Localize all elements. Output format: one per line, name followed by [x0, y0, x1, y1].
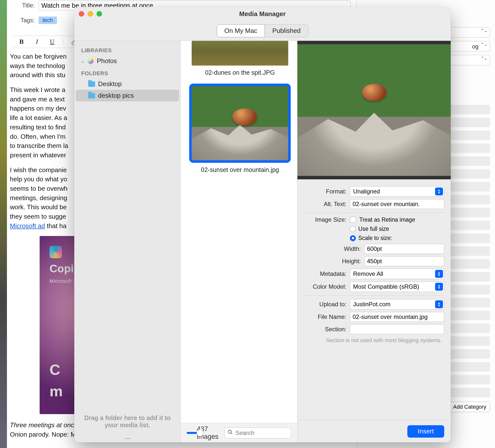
- sidebar-item-desktop[interactable]: Desktop: [76, 78, 179, 90]
- photos-app-icon: [87, 58, 94, 64]
- width-input[interactable]: [364, 244, 444, 254]
- thumbnail-selection: [189, 84, 291, 163]
- chevron-updown-icon: ▲▼: [435, 188, 443, 195]
- thumbnail-item-selected[interactable]: 02-sunset over mountain.jpg: [189, 84, 291, 173]
- sidebar: LIBRARIES ⌄ Photos FOLDERS Desktop deskt…: [74, 41, 181, 442]
- svg-line-1: [231, 433, 232, 434]
- section-label: Section:: [304, 326, 346, 333]
- format-select[interactable]: Unaligned ▲▼: [350, 186, 444, 197]
- search-icon: [228, 429, 233, 436]
- svg-point-0: [228, 430, 232, 433]
- height-input[interactable]: [364, 256, 444, 266]
- width-label: Width:: [304, 245, 361, 252]
- chevron-down-icon[interactable]: ⌄: [81, 58, 84, 64]
- sidebar-heading-folders: FOLDERS: [76, 67, 179, 78]
- sidebar-drop-hint: Drag a folder here to add it to your med…: [76, 414, 179, 438]
- section-note: Section is not used with most blogging s…: [304, 337, 444, 344]
- sidebar-item-label: Desktop: [98, 80, 122, 88]
- grid-footer: 437 images: [181, 423, 297, 442]
- sidebar-item-desktop-pics[interactable]: desktop pics: [76, 90, 179, 101]
- microsoft-ad-link[interactable]: Microsoft ad: [10, 222, 45, 230]
- bold-button[interactable]: B: [17, 38, 26, 46]
- full-size-label: Use full size: [358, 226, 389, 232]
- detail-pane: Format: Unaligned ▲▼ Alt. Text: Image Si…: [297, 41, 451, 442]
- minimize-window-icon[interactable]: [88, 11, 93, 17]
- sidebar-heading-libraries: LIBRARIES: [76, 44, 179, 55]
- color-model-label: Color Model:: [304, 283, 346, 290]
- height-label: Height:: [304, 258, 361, 265]
- underline-button[interactable]: U: [48, 38, 56, 46]
- title-label: Title:: [12, 2, 35, 9]
- chevron-updown-icon: ▲▼: [435, 283, 443, 291]
- copilot-logo-icon: [50, 246, 62, 258]
- thumbnail-strip: [0, 0, 7, 448]
- add-category-button[interactable]: Add Category: [449, 402, 490, 412]
- metadata-label: Metadata:: [304, 270, 346, 277]
- tab-published[interactable]: Published: [265, 24, 308, 37]
- thumbnail-pane: 02-dunes on the spit.JPG 02-hermit crab.…: [181, 41, 297, 442]
- upload-to-label: Upload to:: [304, 301, 346, 308]
- zoom-window-icon[interactable]: [97, 11, 102, 17]
- sidebar-item-photos[interactable]: ⌄ Photos: [76, 55, 179, 67]
- metadata-select[interactable]: Remove All ▲▼: [350, 269, 444, 279]
- italic-button[interactable]: I: [33, 38, 41, 46]
- sidebar-resize-handle[interactable]: [125, 438, 130, 439]
- filename-input[interactable]: [350, 312, 444, 322]
- preview-image: [297, 41, 451, 179]
- filename-label: File Name:: [304, 313, 346, 320]
- window-title: Media Manager: [74, 10, 451, 18]
- upload-to-select[interactable]: JustinPot.com ▲▼: [350, 299, 444, 309]
- tags-label: Tags:: [12, 17, 35, 24]
- thumbnail-size-slider[interactable]: [187, 432, 191, 434]
- insert-button[interactable]: Insert: [407, 425, 444, 438]
- thumbnail-label: 02-sunset over mountain.jpg: [201, 166, 279, 173]
- alt-text-label: Alt. Text:: [304, 201, 346, 208]
- full-size-radio[interactable]: [350, 226, 356, 232]
- retina-checkbox[interactable]: [350, 217, 356, 223]
- image-size-label: Image Size:: [304, 216, 346, 223]
- search-field[interactable]: [224, 427, 291, 438]
- sidebar-item-label: Photos: [97, 57, 117, 65]
- thumbnail-item[interactable]: 02-dunes on the spit.JPG: [189, 41, 291, 76]
- media-manager-window: Media Manager On My Mac Published LIBRAR…: [74, 7, 451, 442]
- retina-label: Treat as Retina image: [359, 216, 415, 223]
- folder-icon: [88, 93, 95, 98]
- section-input[interactable]: [350, 324, 444, 334]
- source-segmented-control: On My Mac Published: [217, 24, 308, 37]
- folder-icon: [88, 81, 95, 87]
- thumbnail-label: 02-dunes on the spit.JPG: [205, 69, 275, 76]
- close-window-icon[interactable]: [79, 11, 84, 17]
- format-label: Format:: [304, 188, 346, 195]
- alt-text-input[interactable]: [350, 199, 444, 209]
- thumbnail-image: [192, 86, 288, 160]
- scale-label: Scale to size:: [358, 235, 392, 241]
- tag-chip[interactable]: tech: [39, 17, 57, 24]
- thumbnail-image: [192, 41, 288, 66]
- sidebar-item-label: desktop pics: [98, 92, 134, 99]
- chevron-updown-icon: ▲▼: [435, 270, 443, 278]
- scale-radio[interactable]: [350, 235, 356, 241]
- chevron-updown-icon: ▲▼: [435, 300, 443, 308]
- titlebar: Media Manager: [74, 7, 451, 21]
- tab-on-my-mac[interactable]: On My Mac: [217, 24, 265, 37]
- color-model-select[interactable]: Most Compatible (sRGB) ▲▼: [350, 282, 444, 292]
